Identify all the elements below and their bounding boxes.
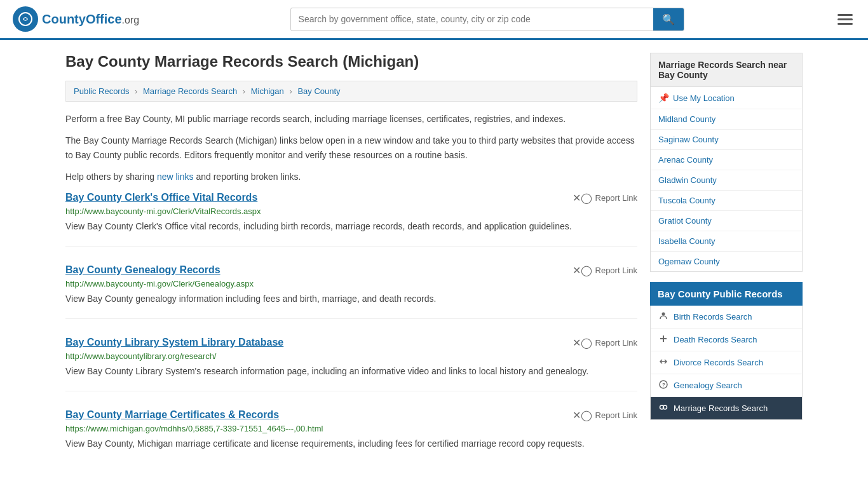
- public-records-item-4[interactable]: Marriage Records Search: [651, 397, 802, 419]
- breadcrumb-marriage-records[interactable]: Marriage Records Search: [143, 86, 237, 96]
- sidebar: Marriage Records Search near Bay County …: [650, 53, 803, 481]
- sidebar-item-label-0: Birth Records Search: [674, 312, 794, 322]
- public-records-header: Bay County Public Records: [650, 282, 803, 306]
- nearby-counties: Midland CountySaginaw CountyArenac Count…: [651, 109, 802, 271]
- header: CountyOffice.org 🔍: [0, 0, 868, 40]
- record-item-1: Bay County Genealogy Records ✕◯ Report L…: [65, 264, 637, 319]
- breadcrumb-public-records[interactable]: Public Records: [74, 86, 129, 96]
- record-title-1[interactable]: Bay County Genealogy Records: [65, 264, 220, 276]
- public-records-item-0[interactable]: Birth Records Search: [651, 306, 802, 329]
- record-title-2[interactable]: Bay County Library System Library Databa…: [65, 337, 283, 348]
- record-url-3[interactable]: https://www.michigan.gov/mdhhs/0,5885,7-…: [65, 424, 637, 433]
- report-link-1[interactable]: ✕◯ Report Link: [573, 264, 637, 276]
- report-icon-0: ✕◯: [573, 192, 592, 204]
- record-desc-3: View Bay County, Michigan marriage certi…: [65, 437, 637, 451]
- sidebar-icon-4: [658, 403, 668, 414]
- search-button[interactable]: 🔍: [653, 8, 684, 30]
- nearby-county-7[interactable]: Ogemaw County: [651, 252, 802, 271]
- nearby-section: Marriage Records Search near Bay County …: [650, 53, 803, 272]
- sidebar-item-label-2: Divorce Records Search: [674, 358, 794, 367]
- sidebar-item-label-1: Death Records Search: [674, 335, 794, 344]
- sidebar-item-label-4: Marriage Records Search: [674, 403, 794, 413]
- svg-point-1: [24, 18, 27, 20]
- record-url-0[interactable]: http://www.baycounty-mi.gov/Clerk/VitalR…: [65, 207, 637, 216]
- record-desc-2: View Bay County Library System's researc…: [65, 365, 637, 378]
- record-title-0[interactable]: Bay County Clerk's Office Vital Records: [65, 192, 257, 203]
- nearby-header: Marriage Records Search near Bay County: [650, 53, 803, 87]
- logo-area: CountyOffice.org: [13, 6, 139, 32]
- new-links[interactable]: new links: [157, 172, 194, 182]
- record-header-0: Bay County Clerk's Office Vital Records …: [65, 192, 637, 204]
- use-location[interactable]: 📌 Use My Location: [651, 87, 802, 109]
- nearby-county-2[interactable]: Arenac County: [651, 150, 802, 170]
- record-header-2: Bay County Library System Library Databa…: [65, 337, 637, 349]
- logo-icon: [13, 6, 38, 32]
- nearby-body: 📌 Use My Location Midland CountySaginaw …: [650, 87, 803, 272]
- menu-line-2: [837, 18, 853, 20]
- sidebar-icon-1: [658, 334, 668, 345]
- sidebar-item-label-3: Genealogy Search: [674, 381, 794, 390]
- record-item-3: Bay County Marriage Certificates & Recor…: [65, 409, 637, 463]
- sidebar-icon-2: [658, 357, 668, 368]
- sidebar-icon-3: ?: [658, 380, 668, 391]
- report-link-0[interactable]: ✕◯ Report Link: [573, 192, 637, 204]
- nearby-county-1[interactable]: Saginaw County: [651, 130, 802, 150]
- nearby-county-4[interactable]: Tuscola County: [651, 191, 802, 211]
- nearby-county-5[interactable]: Gratiot County: [651, 211, 802, 231]
- description-2: The Bay County Marriage Records Search (…: [65, 133, 637, 162]
- search-input[interactable]: [291, 9, 653, 29]
- content: Bay County Marriage Records Search (Mich…: [65, 53, 637, 481]
- public-records-item-1[interactable]: Death Records Search: [651, 329, 802, 351]
- record-desc-0: View Bay County Clerk's Office vital rec…: [65, 220, 637, 233]
- breadcrumb-bay-county[interactable]: Bay County: [297, 86, 340, 96]
- description-1: Perform a free Bay County, MI public mar…: [65, 112, 637, 126]
- use-location-label: Use My Location: [673, 93, 735, 103]
- record-item-2: Bay County Library System Library Databa…: [65, 337, 637, 391]
- svg-text:?: ?: [662, 382, 665, 388]
- record-title-3[interactable]: Bay County Marriage Certificates & Recor…: [65, 409, 279, 421]
- public-records-item-3[interactable]: ? Genealogy Search: [651, 374, 802, 397]
- nearby-county-3[interactable]: Gladwin County: [651, 170, 802, 191]
- public-records-section: Bay County Public Records Birth Records …: [650, 282, 803, 420]
- records-list: Bay County Clerk's Office Vital Records …: [65, 192, 637, 463]
- record-desc-1: View Bay County genealogy information in…: [65, 292, 637, 306]
- logo-text: CountyOffice.org: [42, 12, 139, 27]
- location-icon: 📌: [658, 93, 669, 103]
- svg-point-2: [662, 313, 665, 316]
- menu-button[interactable]: [835, 11, 855, 27]
- report-icon-1: ✕◯: [573, 264, 592, 276]
- menu-line-1: [837, 14, 853, 16]
- report-icon-3: ✕◯: [573, 409, 592, 421]
- record-header-1: Bay County Genealogy Records ✕◯ Report L…: [65, 264, 637, 276]
- search-bar: 🔍: [290, 8, 684, 31]
- record-url-2[interactable]: http://www.baycountylibrary.org/research…: [65, 351, 637, 361]
- report-link-2[interactable]: ✕◯ Report Link: [573, 337, 637, 349]
- description-3: Help others by sharing new links and rep…: [65, 170, 637, 184]
- nearby-county-0[interactable]: Midland County: [651, 109, 802, 130]
- page-title: Bay County Marriage Records Search (Mich…: [65, 53, 637, 71]
- record-header-3: Bay County Marriage Certificates & Recor…: [65, 409, 637, 421]
- record-url-1[interactable]: http://www.baycounty-mi.gov/Clerk/Geneal…: [65, 279, 637, 288]
- menu-line-3: [837, 23, 853, 25]
- record-item-0: Bay County Clerk's Office Vital Records …: [65, 192, 637, 247]
- nearby-county-6[interactable]: Isabella County: [651, 231, 802, 252]
- report-link-3[interactable]: ✕◯ Report Link: [573, 409, 637, 421]
- sidebar-icon-0: [658, 311, 668, 322]
- public-records-body: Birth Records Search Death Records Searc…: [650, 306, 803, 420]
- public-records-item-2[interactable]: Divorce Records Search: [651, 351, 802, 374]
- main-container: Bay County Marriage Records Search (Mich…: [53, 40, 815, 488]
- breadcrumb: Public Records › Marriage Records Search…: [65, 81, 637, 102]
- report-icon-2: ✕◯: [573, 337, 592, 349]
- breadcrumb-michigan[interactable]: Michigan: [251, 86, 284, 96]
